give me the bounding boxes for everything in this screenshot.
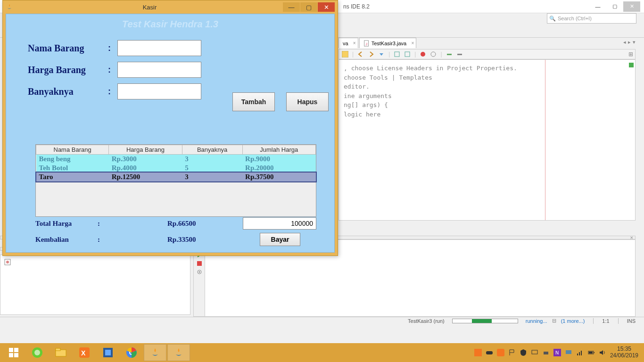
svg-rect-33 — [544, 352, 548, 354]
stop-icon[interactable] — [196, 260, 203, 267]
svg-point-6 — [431, 52, 436, 57]
input-banyaknya[interactable] — [117, 83, 201, 99]
code-line: ine arguments — [344, 91, 630, 101]
tambah-button[interactable]: Tambah — [232, 92, 275, 111]
history-fwd-icon[interactable] — [368, 51, 374, 58]
tab-next-icon[interactable]: ▸ — [628, 39, 631, 45]
kasir-minimize-button[interactable]: — — [283, 2, 300, 12]
tray-printer-icon[interactable] — [542, 349, 550, 356]
table-row-selected[interactable]: Taro Rp.12500 3 Rp.37500 — [36, 173, 316, 181]
ide-maximize-button[interactable]: ▢ — [606, 1, 623, 12]
ide-search-input[interactable]: 🔍 Search (Ctrl+I) — [547, 13, 636, 24]
taskbar-app-explorer[interactable] — [50, 344, 72, 361]
ide-tab-nav: ◂ ▸ ▾ — [623, 39, 636, 45]
kasir-titlebar[interactable]: Kasir — ▢ ✕ — [3, 0, 338, 14]
svg-rect-42 — [589, 352, 593, 354]
ide-tab-testkasir3[interactable]: J TestKasir3.java × — [359, 38, 417, 48]
taskbar-app-java2[interactable] — [167, 344, 190, 361]
tray-network-icon[interactable] — [576, 349, 584, 356]
close-icon[interactable]: × — [353, 41, 356, 46]
ide-window-controls: — ▢ ✕ — [589, 1, 640, 12]
tray-monitor-icon[interactable] — [531, 349, 538, 356]
svg-rect-25 — [105, 350, 111, 355]
settings-icon[interactable] — [196, 268, 203, 276]
stop-icon[interactable] — [420, 51, 426, 58]
status-ins: INS — [627, 318, 636, 324]
tray-battery-icon[interactable] — [587, 349, 595, 356]
history-back-icon[interactable] — [357, 51, 364, 58]
tray-xampp-icon[interactable] — [497, 349, 504, 356]
col-harga[interactable]: Harga Barang — [109, 145, 182, 155]
toggle-comment-icon[interactable] — [394, 51, 400, 58]
label-nama: Nama Barang — [28, 43, 108, 54]
svg-rect-41 — [594, 352, 594, 353]
svg-rect-32 — [532, 350, 537, 354]
svg-rect-29 — [474, 349, 482, 356]
kasir-title: Kasir — [17, 4, 282, 11]
tray-volume-icon[interactable] — [599, 349, 606, 356]
input-payment[interactable] — [243, 217, 316, 230]
svg-rect-7 — [447, 54, 452, 55]
close-icon[interactable]: × — [411, 41, 414, 46]
tab-prev-icon[interactable]: ◂ — [623, 39, 626, 45]
system-tray[interactable]: N 15:35 24/06/2019 — [474, 346, 642, 359]
kasir-maximize-button[interactable]: ▢ — [300, 2, 317, 12]
record-icon[interactable] — [430, 51, 437, 58]
editor-expand-icon[interactable]: ⊞ — [628, 51, 633, 58]
table-row[interactable]: Teh Botol Rp.4000 5 Rp.20000 — [36, 164, 316, 173]
taskbar-app-corel[interactable] — [26, 344, 49, 361]
svg-rect-11 — [197, 261, 202, 266]
row-nama-barang: Nama Barang : — [6, 37, 334, 59]
tray-flag-icon[interactable] — [474, 349, 482, 356]
tab-menu-icon[interactable]: ▾ — [633, 39, 636, 45]
ide-editor-tabs: va × J TestKasir3.java × — [339, 38, 417, 48]
status-cursor-pos: 1:1 — [602, 318, 609, 324]
error-stripe-icon — [629, 63, 634, 67]
col-jumlah[interactable]: Jumlah Harga — [242, 145, 315, 155]
input-nama-barang[interactable] — [117, 40, 201, 56]
uncomment-icon[interactable] — [404, 51, 411, 58]
hapus-button[interactable]: Hapus — [286, 92, 329, 111]
taskbar-app-xampp[interactable]: X — [73, 344, 96, 361]
start-button[interactable] — [2, 344, 25, 361]
bookmark-icon[interactable] — [446, 51, 453, 58]
svg-rect-3 — [395, 52, 399, 57]
label-harga: Harga Barang — [28, 65, 108, 75]
bayar-button[interactable]: Bayar — [260, 233, 300, 246]
status-more[interactable]: (1 more...) — [561, 318, 585, 324]
kasir-close-button[interactable]: ✕ — [318, 2, 335, 12]
tray-flag2-icon[interactable] — [508, 349, 516, 356]
tray-game-icon[interactable] — [486, 349, 493, 356]
source-icon[interactable] — [342, 51, 348, 58]
items-table[interactable]: Nama Barang Harga Barang Banyaknya Jumla… — [35, 144, 316, 217]
taskbar-app-virtualbox[interactable] — [97, 344, 119, 361]
nav-down-icon[interactable] — [378, 51, 385, 58]
tray-clock[interactable]: 15:35 24/06/2019 — [610, 346, 638, 359]
svg-rect-8 — [457, 54, 462, 55]
ide-tab-prev[interactable]: va × — [339, 38, 358, 48]
ide-editor-toolbar: | | | | ⊞ — [339, 49, 636, 59]
ide-navigator-panel[interactable] — [0, 255, 190, 315]
col-nama[interactable]: Nama Barang — [36, 145, 109, 155]
tray-display-icon[interactable] — [565, 349, 572, 356]
ide-code-editor[interactable]: , choose License Headers in Project Prop… — [339, 59, 636, 221]
table-row[interactable]: Beng beng Rp.3000 3 Rp.9000 — [36, 155, 316, 164]
java-file-icon — [4, 258, 11, 266]
indent-icon[interactable] — [456, 51, 463, 58]
ide-close-button[interactable]: ✕ — [623, 1, 640, 12]
table-header-row: Nama Barang Harga Barang Banyaknya Jumla… — [36, 145, 316, 155]
windows-taskbar[interactable]: X N 15:35 24/06/2019 — [0, 343, 644, 362]
ide-minimize-button[interactable]: — — [589, 1, 606, 12]
taskbar-app-chrome[interactable] — [120, 344, 143, 361]
value-kembalian: Rp.33500 — [167, 236, 243, 244]
svg-rect-37 — [577, 354, 578, 355]
tray-onenote-icon[interactable]: N — [553, 349, 561, 356]
svg-rect-36 — [566, 350, 571, 354]
col-banyak[interactable]: Banyaknya — [182, 145, 242, 155]
input-harga-barang[interactable] — [117, 62, 201, 78]
taskbar-app-java1[interactable] — [144, 344, 166, 361]
tray-shield-icon[interactable] — [520, 349, 527, 356]
kasir-body: Test Kasir Hendra 1.3 Nama Barang : Harg… — [6, 14, 335, 253]
status-progress-label[interactable]: running... — [526, 318, 547, 324]
status-task: TestKasir3 (run) — [408, 318, 445, 324]
